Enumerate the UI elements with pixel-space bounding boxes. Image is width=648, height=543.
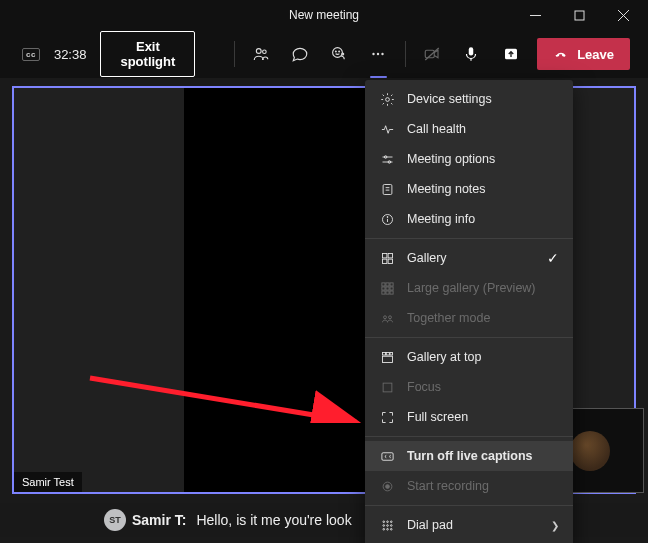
svg-point-18 — [385, 97, 389, 101]
together-icon — [379, 310, 395, 326]
svg-rect-47 — [382, 356, 392, 362]
svg-rect-44 — [382, 352, 385, 355]
svg-rect-29 — [382, 253, 386, 257]
pulse-icon — [379, 121, 395, 137]
svg-point-6 — [333, 48, 343, 58]
fullscreen-icon — [379, 409, 395, 425]
svg-rect-49 — [381, 452, 392, 460]
menu-focus: Focus — [365, 372, 573, 402]
svg-rect-40 — [385, 291, 388, 294]
svg-rect-34 — [385, 282, 388, 285]
menu-meeting-notes[interactable]: Meeting notes — [365, 174, 573, 204]
menu-dial-pad[interactable]: Dial pad ❯ — [365, 510, 573, 540]
svg-point-43 — [388, 315, 391, 318]
menu-turn-off-captions[interactable]: Turn off live captions — [365, 441, 573, 471]
svg-point-10 — [373, 53, 375, 55]
svg-point-5 — [263, 50, 267, 54]
grid-icon — [379, 250, 395, 266]
svg-point-42 — [383, 315, 386, 318]
gallery-top-icon — [379, 349, 395, 365]
svg-point-59 — [386, 528, 388, 530]
more-actions-button[interactable] — [366, 37, 391, 71]
menu-device-settings[interactable]: Device settings — [365, 84, 573, 114]
dialpad-icon — [379, 517, 395, 533]
info-icon — [379, 211, 395, 227]
more-actions-menu: Device settings Call health Meeting opti… — [365, 80, 573, 543]
svg-rect-39 — [381, 291, 384, 294]
camera-icon[interactable] — [420, 37, 445, 71]
svg-rect-15 — [469, 47, 474, 55]
svg-point-9 — [342, 53, 344, 55]
svg-rect-1 — [575, 11, 584, 20]
svg-point-53 — [386, 520, 388, 522]
focus-icon — [379, 379, 395, 395]
menu-full-screen[interactable]: Full screen — [365, 402, 573, 432]
meeting-timer: 32:38 — [54, 47, 87, 62]
svg-point-54 — [390, 520, 392, 522]
svg-rect-32 — [388, 259, 392, 263]
leave-button[interactable]: Leave — [537, 38, 630, 70]
svg-point-58 — [382, 528, 384, 530]
title-bar: New meeting — [0, 0, 648, 30]
mic-icon[interactable] — [459, 37, 484, 71]
minimize-button[interactable] — [514, 0, 556, 30]
chat-icon[interactable] — [288, 37, 313, 71]
svg-rect-33 — [381, 282, 384, 285]
menu-start-recording: Start recording — [365, 471, 573, 501]
exit-spotlight-button[interactable]: Exit spotlight — [100, 31, 195, 77]
close-button[interactable] — [602, 0, 644, 30]
svg-rect-45 — [386, 352, 389, 355]
leave-label: Leave — [577, 47, 614, 62]
svg-point-11 — [377, 53, 379, 55]
people-icon[interactable] — [248, 37, 273, 71]
reactions-icon[interactable] — [327, 37, 352, 71]
menu-gallery-top[interactable]: Gallery at top — [365, 342, 573, 372]
caption-avatar: ST — [104, 509, 126, 531]
menu-gallery[interactable]: Gallery ✓ — [365, 243, 573, 273]
grid-large-icon — [379, 280, 395, 296]
svg-point-12 — [382, 53, 384, 55]
check-icon: ✓ — [547, 250, 559, 266]
svg-rect-36 — [381, 286, 384, 289]
cc-icon — [379, 448, 395, 464]
svg-point-60 — [390, 528, 392, 530]
svg-rect-30 — [388, 253, 392, 257]
svg-point-57 — [390, 524, 392, 526]
sliders-icon — [379, 151, 395, 167]
menu-together-mode: Together mode — [365, 303, 573, 333]
share-icon[interactable] — [498, 37, 523, 71]
svg-point-55 — [382, 524, 384, 526]
svg-point-51 — [385, 484, 389, 488]
avatar — [570, 431, 610, 471]
svg-rect-41 — [390, 291, 393, 294]
svg-rect-38 — [390, 286, 393, 289]
menu-meeting-options[interactable]: Meeting options — [365, 144, 573, 174]
meeting-toolbar: cc 32:38 Exit spotlight Leave — [0, 30, 648, 78]
svg-rect-37 — [385, 286, 388, 289]
menu-large-gallery: Large gallery (Preview) — [365, 273, 573, 303]
maximize-button[interactable] — [558, 0, 600, 30]
cc-indicator: cc — [22, 48, 40, 61]
note-icon — [379, 181, 395, 197]
svg-rect-23 — [383, 184, 392, 194]
svg-point-52 — [382, 520, 384, 522]
window-title: New meeting — [134, 8, 514, 22]
divider — [234, 41, 235, 67]
menu-call-health[interactable]: Call health — [365, 114, 573, 144]
svg-point-7 — [336, 51, 337, 52]
svg-rect-35 — [390, 282, 393, 285]
svg-rect-46 — [390, 352, 393, 355]
participant-name-tag: Samir Test — [14, 472, 82, 492]
caption-speaker: Samir T: — [132, 512, 186, 528]
record-icon — [379, 478, 395, 494]
divider — [405, 41, 406, 67]
svg-rect-48 — [383, 383, 392, 392]
svg-point-28 — [387, 216, 388, 217]
chevron-right-icon: ❯ — [551, 520, 559, 531]
svg-point-4 — [256, 49, 261, 54]
svg-point-56 — [386, 524, 388, 526]
svg-point-8 — [339, 51, 340, 52]
svg-rect-31 — [382, 259, 386, 263]
gear-icon — [379, 91, 395, 107]
menu-meeting-info[interactable]: Meeting info — [365, 204, 573, 234]
